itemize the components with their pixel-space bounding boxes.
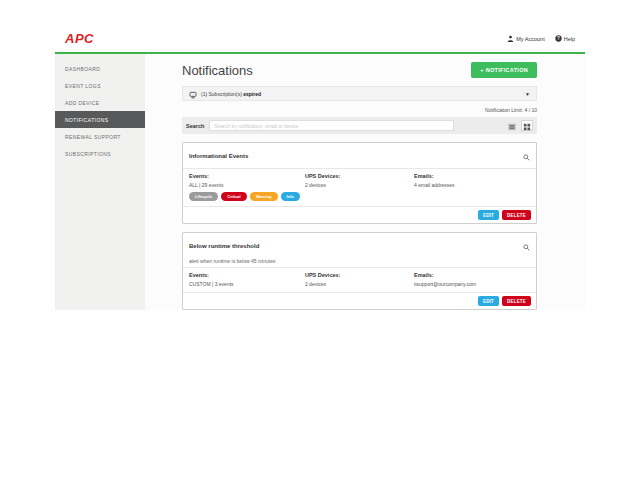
events-value: CUSTOM | 3 events <box>189 281 305 287</box>
ups-devices-label: UPS Devices: <box>305 173 414 179</box>
banner-text: (1) Subscription(s) expired <box>201 91 261 97</box>
notification-limit: Notification Limit: 4 / 10 <box>182 107 537 113</box>
sidebar-item-subscriptions[interactable]: SUBSCRIPTIONS <box>55 145 145 162</box>
sidebar-item-renewal-support[interactable]: RENEWAL SUPPORT <box>55 128 145 145</box>
list-view-icon <box>508 117 516 135</box>
search-bar: Search <box>182 117 537 134</box>
subscription-expired-banner[interactable]: (1) Subscription(s) expired ▼ <box>182 86 537 101</box>
header-links: My Account ? Help <box>507 35 575 43</box>
grid-view-button[interactable] <box>521 120 533 131</box>
event-severity-badges: Lifecycle Critical Warning Info <box>189 192 305 201</box>
top-header: APC My Account ? Help <box>55 25 585 54</box>
delete-button[interactable]: DELETE <box>502 296 531 306</box>
search-input[interactable] <box>209 120 454 131</box>
page-title: Notifications <box>182 63 253 78</box>
badge-warning: Warning <box>250 192 278 201</box>
badge-critical: Critical <box>221 192 247 201</box>
view-toggle <box>506 120 533 131</box>
sidebar-item-add-device[interactable]: ADD DEVICE <box>55 94 145 111</box>
notification-card-below-runtime-threshold: Below runtime threshold alert when runti… <box>182 232 537 310</box>
ups-devices-value: 2 devices <box>305 281 414 287</box>
edit-button[interactable]: EDIT <box>478 296 499 306</box>
sidebar-nav: DASHBOARD EVENT LOGS ADD DEVICE NOTIFICA… <box>55 54 145 310</box>
emails-label: Emails: <box>414 173 530 179</box>
user-icon <box>507 35 514 43</box>
help-link[interactable]: ? Help <box>555 35 575 43</box>
events-label: Events: <box>189 173 305 179</box>
main-content: Notifications + NOTIFICATION (1) Subscri… <box>145 54 585 310</box>
card-title: Below runtime threshold <box>189 243 259 249</box>
notification-card-informational-events: Informational Events Events: ALL | 29 ev… <box>182 142 537 224</box>
search-label: Search <box>186 123 204 129</box>
ups-devices-label: UPS Devices: <box>305 272 414 278</box>
card-title: Informational Events <box>189 153 248 159</box>
my-account-label: My Account <box>516 36 544 42</box>
list-view-button[interactable] <box>506 120 518 131</box>
banner-expired-word: expired <box>243 91 261 97</box>
sidebar-item-notifications[interactable]: NOTIFICATIONS <box>55 111 145 128</box>
chevron-down-icon[interactable]: ▼ <box>525 91 530 97</box>
help-icon: ? <box>555 35 562 43</box>
delete-button[interactable]: DELETE <box>502 210 531 220</box>
sidebar-item-dashboard[interactable]: DASHBOARD <box>55 60 145 77</box>
add-notification-button[interactable]: + NOTIFICATION <box>471 62 537 78</box>
app-window: APC My Account ? Help DASHBOARD EVENT LO… <box>55 25 585 312</box>
emails-value: itsupport@ourcompany.com <box>414 281 530 287</box>
edit-button[interactable]: EDIT <box>478 210 499 220</box>
badge-lifecycle: Lifecycle <box>189 192 218 201</box>
events-label: Events: <box>189 272 305 278</box>
sidebar-item-event-logs[interactable]: EVENT LOGS <box>55 77 145 94</box>
device-icon <box>189 85 197 103</box>
grid-view-icon <box>523 117 531 135</box>
badge-info: Info <box>281 192 300 201</box>
emails-label: Emails: <box>414 272 530 278</box>
svg-text:?: ? <box>557 36 560 41</box>
card-subtitle: alert when runtime is below 45 minutes <box>189 258 530 264</box>
magnifier-icon[interactable] <box>523 147 530 165</box>
help-label: Help <box>564 36 575 42</box>
emails-value: 4 email addresses <box>414 182 530 188</box>
ups-devices-value: 2 devices <box>305 182 414 188</box>
magnifier-icon[interactable] <box>523 237 530 255</box>
events-value: ALL | 29 events <box>189 182 305 188</box>
my-account-link[interactable]: My Account <box>507 35 544 43</box>
apc-logo: APC <box>65 31 94 46</box>
